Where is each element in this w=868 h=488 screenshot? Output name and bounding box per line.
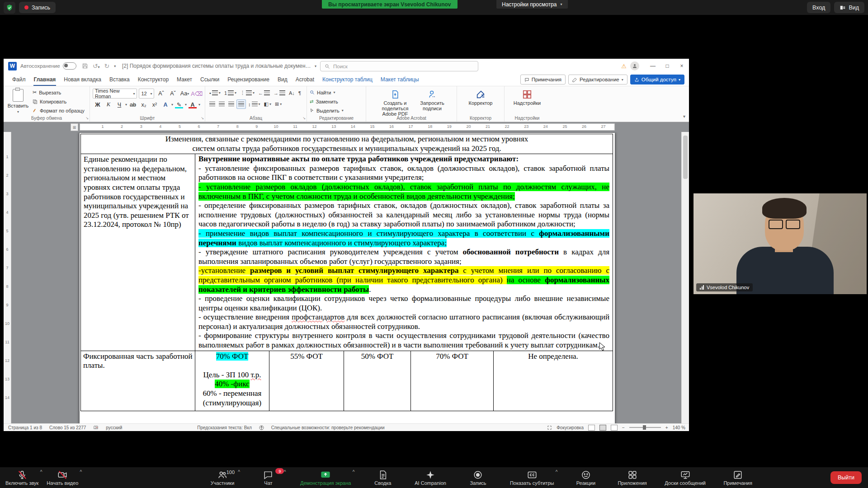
tab-Вставка[interactable]: Вставка [105,74,134,86]
change-case-button[interactable]: Aa▾ [179,89,189,98]
zoom-slider[interactable] [629,427,661,428]
numbered-list-button[interactable]: 1▾ [223,89,238,97]
page-indicator[interactable]: Страница 1 из 8 [8,425,42,430]
select-button[interactable]: Выделить▾ [310,107,344,114]
minimize-button[interactable]: — [646,59,660,73]
autosave-toggle[interactable] [63,62,76,70]
text-effects-button[interactable]: А [160,100,170,109]
zoom-in-icon[interactable]: + [665,425,668,430]
bottom-row-cell[interactable]: 55% ФОТ [269,351,344,411]
strikethrough-button[interactable]: ab [128,100,138,109]
tab-Макет[interactable]: Макет [173,74,196,86]
row2-right-cell[interactable]: Внутренние нормативные акты по оплате тр… [195,154,613,350]
doc-paragraph[interactable]: - установление размеров окладов (должнос… [198,183,609,201]
accessibility-status[interactable]: Специальные возможности: проверьте реком… [271,425,385,430]
vertical-ruler[interactable]: 1234567891011121314 [4,132,11,423]
search-input[interactable]: Поиск [320,61,478,71]
doc-paragraph[interactable]: - осуществление внедрения профстандартов… [198,313,609,331]
zoom-level[interactable]: 140 % [673,425,685,430]
toolbar-mute-button[interactable]: Включить звук^ [3,468,41,487]
replace-button[interactable]: ⇄Заменить [310,98,344,105]
tab-Вид[interactable]: Вид [274,74,292,86]
print-layout-icon[interactable] [599,425,606,431]
doc-paragraph[interactable]: - проведение оценки квалификации сотрудн… [198,294,609,313]
indent-button[interactable]: → [272,89,287,97]
document-page[interactable]: Изменения, связанные с рекомендациями по… [80,133,615,423]
acrobat-create-share-button[interactable]: Создать и поделиться Adobe PDF [376,89,415,114]
toolbar-participants-button[interactable]: Участники^100 [206,468,239,487]
accessibility-icon[interactable] [259,425,264,430]
h-ruler-band[interactable]: 1234567891011121314151617181920212223242… [80,123,615,131]
align-right-button[interactable] [227,100,236,108]
line-spacing-button[interactable]: ↕▾ [247,100,262,108]
tab-Файл[interactable]: Файл [8,74,30,86]
bottom-row-cell[interactable]: 50% ФОТ [344,351,411,411]
bottom-row-cell[interactable]: Не определена. [494,351,613,411]
view-settings-button[interactable]: Настройки просмотра ▾ [496,0,568,9]
tab-Новая вкладка[interactable]: Новая вкладка [60,74,105,86]
document-title[interactable]: [2] Порядок формирования системы оплаты … [122,59,316,73]
bottom-row-cell[interactable]: Фиксированная часть заработной платы. [81,351,195,411]
font-name-combo[interactable]: Times New Roman▾ [93,89,137,99]
qat-more-icon[interactable]: ▾ [114,64,116,68]
focus-mode[interactable]: Фокусировка [557,425,584,430]
superscript-button[interactable]: x² [150,100,160,109]
tab-Главная[interactable]: Главная [30,74,60,86]
clear-format-button[interactable]: А⌫ [191,89,202,98]
security-shield-icon[interactable] [4,2,15,14]
acrobat-request-sign-button[interactable]: Запросить подписи [417,89,447,114]
align-center-button[interactable] [217,100,226,108]
paste-button[interactable]: Вставить ▾ [6,89,30,114]
toolbar-apps-button[interactable]: Приложения [615,468,649,487]
doc-paragraph[interactable]: - установление фиксированных размеров та… [198,164,609,183]
dialog-launcher-icon[interactable]: ↘ [302,116,306,120]
toolbar-video-button[interactable]: Начать видео^ [44,468,81,487]
leave-button[interactable]: Выйти [830,471,862,484]
tab-Конструктор таблиц[interactable]: Конструктор таблиц [318,74,377,86]
zoom-out-icon[interactable]: − [622,425,625,430]
share-button[interactable]: Общий доступ ▾ [630,75,684,84]
toolbar-share-button[interactable]: Демонстрация экрана^ [297,468,354,487]
table-left-cell[interactable]: Единые рекомендации по установлению на ф… [81,154,195,350]
signin-button[interactable]: Вход [807,2,830,13]
multilevel-list-button[interactable]: ⋮▾ [239,89,256,97]
dialog-launcher-icon[interactable]: ↘ [85,116,89,120]
corrector-button[interactable]: Корректор [462,89,499,114]
doc-paragraph[interactable]: - формирование структуры внутреннего кон… [198,331,609,350]
warning-icon[interactable]: ⚠ [621,63,627,70]
doc-paragraph[interactable]: - утверждение штатного расписания руково… [198,248,609,266]
save-icon[interactable] [82,63,88,69]
addins-button[interactable]: Надстройки [510,89,544,114]
highlight-color-button[interactable]: ✎ [174,100,184,109]
bottom-row-cell[interactable]: 70% ФОТ [411,351,494,411]
toolbar-record-button[interactable]: Запись [461,468,495,487]
toolbar-ai-companion-button[interactable]: AI Companion [412,468,449,487]
participant-video-tile[interactable]: Vsevolod Chikunov [693,193,867,294]
account-icon[interactable] [630,61,639,70]
maximize-button[interactable]: □ [660,59,675,73]
cut-button[interactable]: ✂Вырезать [33,89,85,96]
chevron-up-icon[interactable]: ^ [556,469,558,474]
font-size-combo[interactable]: 12▾ [139,89,154,99]
text-predictions[interactable]: Предсказания текста: Вкл [197,425,252,430]
toolbar-captions-button[interactable]: Показать субтитры^ [507,468,557,487]
recording-indicator[interactable]: Запись [19,2,56,13]
tab-Рецензирование[interactable]: Рецензирование [223,74,274,86]
toolbar-whiteboards-button[interactable]: Доски сообщений [662,468,708,487]
table-grip-icon[interactable]: ⊞ [71,123,78,131]
chevron-up-icon[interactable]: ^ [80,469,82,474]
bullet-list-button[interactable]: •▾ [208,89,222,97]
dialog-launcher-icon[interactable]: ↘ [201,116,204,120]
grow-font-button[interactable]: Аˆ [156,89,166,98]
toolbar-reactions-button[interactable]: Реакции [569,468,603,487]
paragraph-marks-button[interactable]: ¶ [297,89,302,97]
word-logo-icon[interactable]: W [8,62,17,70]
zoom-slider-thumb[interactable] [643,425,646,430]
shading-button[interactable]: ◧▾ [263,100,273,108]
editing-mode-button[interactable]: Редактирование ▾ [568,75,627,84]
doc-paragraph[interactable]: Внутренние нормативные акты по оплате тр… [198,155,609,164]
language-indicator[interactable]: русский [106,425,122,430]
chevron-up-icon[interactable]: ^ [238,469,240,474]
redo-icon[interactable]: ↻ [104,62,109,70]
chevron-up-icon[interactable]: ^ [40,469,42,474]
